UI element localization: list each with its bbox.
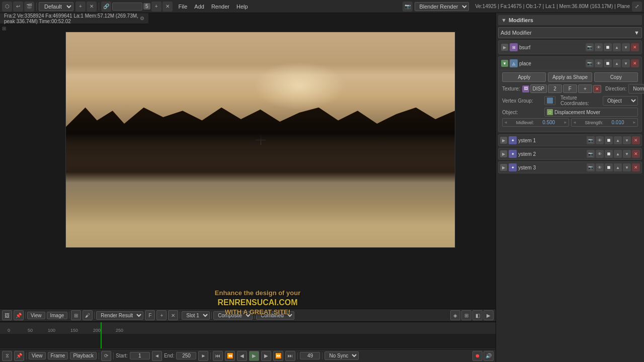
add-frame-icon[interactable]: + [156,310,167,320]
record-btn[interactable]: ⏺ [472,351,482,361]
add-screen-icon[interactable]: + [75,2,86,12]
slot-select[interactable]: Slot 1 [182,311,210,320]
playback-btn[interactable]: Playback [70,352,97,359]
add-modifier-btn[interactable]: Add Modifier ▼ [498,27,642,38]
screen-selector[interactable]: Default [39,2,73,11]
p1-camera[interactable]: 📷 [587,136,595,144]
remove-frame-icon[interactable]: ✕ [168,310,178,320]
view-btn[interactable]: View [29,352,46,359]
menu-add[interactable]: Add [191,3,207,11]
p2-render[interactable]: 🔲 [605,150,613,158]
texture-remove[interactable]: ✕ [593,85,601,93]
mod-bsurf-up[interactable]: ▲ [613,43,621,51]
next-frame-btn[interactable]: ▶ [261,351,271,361]
ie-icon3[interactable]: ◧ [472,310,482,320]
copy-btn[interactable]: Copy [594,72,638,82]
modifiers-panel-header[interactable]: ▼ Modifiers [498,15,642,25]
mod-place-toggle[interactable]: ▼ [501,60,508,67]
object-value[interactable]: ◻ Displacement Mover [544,108,638,117]
vgroup-value[interactable] [544,96,555,105]
settings-icon[interactable]: ⚙ [140,16,144,21]
engine-selector[interactable]: Blender Render [415,2,469,11]
texture-num[interactable]: 2 [548,84,562,93]
mod-bsurf-toggle[interactable]: ▶ [501,44,508,51]
end-frame[interactable]: 250 [176,352,196,359]
start-frame[interactable]: 1 [130,352,150,359]
strength-field[interactable]: ◄ Strength: 0.010 ► [571,118,638,127]
image-editor-pin[interactable]: 📌 [14,310,24,320]
prev-frame-btn[interactable]: ◀ [237,351,247,361]
combined-select[interactable]: Combined [256,311,294,320]
p2-close[interactable]: ✕ [632,150,640,158]
texture-name[interactable]: DISP [530,84,547,93]
menu-help[interactable]: Help [233,3,251,11]
texture-add[interactable]: + [578,84,592,93]
mod-place-down[interactable]: ▼ [622,59,630,67]
fullscreen-icon[interactable]: ⤢ [632,2,642,12]
scene-input[interactable]: Scene [112,3,142,11]
audio-icon[interactable]: 🔊 [484,351,494,361]
mod-place-up[interactable]: ▲ [613,59,621,67]
prev-frame-icon[interactable]: ◄ [152,351,162,361]
ie-icon1[interactable]: ◈ [450,310,460,320]
p3-camera[interactable]: 📷 [587,163,595,171]
mod-place-render[interactable]: 🔲 [604,59,612,67]
mod-bsurf-camera[interactable]: 📷 [586,43,594,51]
p1-down[interactable]: ▼ [623,136,631,144]
p2-eye[interactable]: 👁 [596,150,604,158]
playhead[interactable] [101,322,102,334]
particle-2-toggle[interactable]: ▶ [500,150,507,157]
mod-bsurf-close[interactable]: ✕ [631,43,639,51]
render-result-select[interactable]: Render Result [96,311,143,320]
next-frame-icon[interactable]: ► [198,351,208,361]
current-frame[interactable]: 49 [300,352,320,359]
midlevel-field[interactable]: ◄ Midlevel: 0.500 ► [502,118,569,127]
p2-up[interactable]: ▲ [614,150,622,158]
p3-close[interactable]: ✕ [632,163,640,171]
mod-bsurf-render[interactable]: 🔲 [604,43,612,51]
p3-render[interactable]: 🔲 [605,163,613,171]
p1-close[interactable]: ✕ [632,136,640,144]
p2-camera[interactable]: 📷 [587,150,595,158]
mod-bsurf-down[interactable]: ▼ [622,43,630,51]
direction-select[interactable]: Normal [628,84,644,94]
p1-render[interactable]: 🔲 [605,136,613,144]
p2-down[interactable]: ▼ [623,150,631,158]
p3-up[interactable]: ▲ [614,163,622,171]
composite-select[interactable]: Composite [213,311,253,320]
particle-3-toggle[interactable]: ▶ [500,164,507,171]
mod-place-camera[interactable]: 📷 [586,59,594,67]
sync-icon[interactable]: ⟳ [101,351,111,361]
p3-eye[interactable]: 👁 [596,163,604,171]
play-btn[interactable]: ▶ [249,351,259,361]
image-type-icon[interactable]: ⊞ [71,310,81,320]
global-undo-icon[interactable]: ↩ [13,2,23,12]
image-menu-btn[interactable]: Image [47,312,68,319]
delete-screen-icon[interactable]: ✕ [87,2,97,12]
link-icon[interactable]: 🔗 [101,2,111,12]
next-keyframe-icon[interactable]: ⏩ [273,351,283,361]
p1-eye[interactable]: 👁 [596,136,604,144]
frame-icon[interactable]: F [145,310,155,320]
viewport-corner-icon[interactable]: ⊞ [0,24,8,32]
particle-1-toggle[interactable]: ▶ [500,137,507,144]
scene-icon[interactable]: 🎬 [24,2,34,12]
ie-icon2[interactable]: ⊞ [461,310,471,320]
apply-btn[interactable]: Apply [502,72,546,82]
jump-start-icon[interactable]: ⏮ [213,351,223,361]
p3-down[interactable]: ▼ [623,163,631,171]
scene-del-icon[interactable]: ✕ [163,2,173,12]
image-editor-icon[interactable]: 🖼 [2,310,12,320]
p1-up[interactable]: ▲ [614,136,622,144]
timeline-pin[interactable]: 📌 [14,351,24,361]
blender-logo-icon[interactable]: ⬡ [2,2,12,12]
texture-f[interactable]: F [563,84,577,93]
mod-bsurf-eye[interactable]: 👁 [595,43,603,51]
prev-keyframe-icon[interactable]: ⏪ [225,351,235,361]
scene-add-icon[interactable]: + [151,2,162,12]
render-icon[interactable]: 📷 [403,2,413,12]
jump-end-icon[interactable]: ⏭ [285,351,295,361]
menu-render[interactable]: Render [208,3,232,11]
timeline-icon[interactable]: ⧖ [2,351,12,361]
ie-icon4[interactable]: ▶ [484,310,494,320]
